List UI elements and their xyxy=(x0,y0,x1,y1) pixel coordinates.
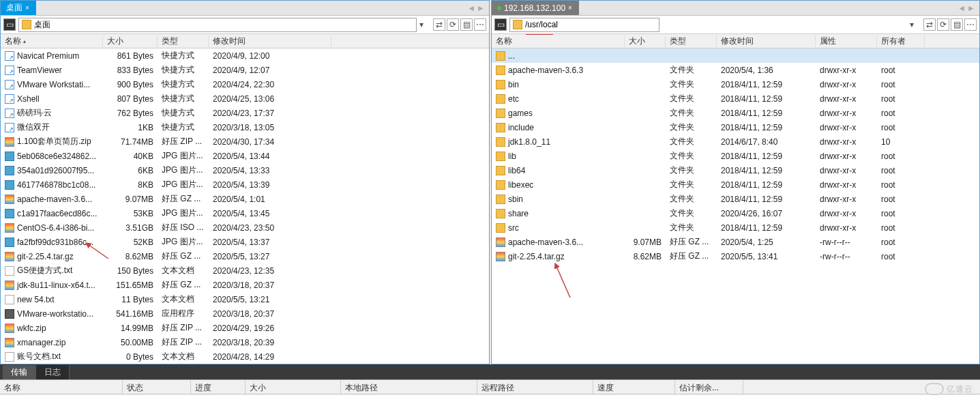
cell-own: root xyxy=(877,66,925,75)
file-row[interactable]: etc文件夹2018/4/11, 12:59drwxr-xr-xroot xyxy=(492,91,979,106)
file-row[interactable]: libexec文件夹2018/4/11, 12:59drwxr-xr-xroot xyxy=(492,177,979,192)
file-row[interactable]: 账号文档.txt0 Bytes文本文档2020/4/28, 14:29 xyxy=(1,349,489,364)
file-row[interactable]: ... xyxy=(492,48,979,63)
tab-transfer[interactable]: 传输 xyxy=(3,365,36,379)
folder-icon xyxy=(513,20,522,29)
file-row[interactable]: 微信双开1KB快捷方式2020/3/18, 13:05 xyxy=(1,120,489,134)
tcol-name[interactable]: 名称 xyxy=(0,380,123,394)
tcol-remote[interactable]: 远程路径 xyxy=(477,380,593,394)
jpg-icon xyxy=(5,152,14,161)
file-row[interactable]: git-2.25.4.tar.gz8.62MB好压 GZ ...2020/5/5… xyxy=(1,249,489,263)
close-icon[interactable]: × xyxy=(25,4,32,11)
cell-type: 快捷方式 xyxy=(158,107,209,119)
file-row[interactable]: sbin文件夹2018/4/11, 12:59drwxr-xr-xroot xyxy=(492,192,979,206)
tcol-status[interactable]: 状态 xyxy=(123,380,191,394)
transfer-icon[interactable]: ⇄ xyxy=(923,18,936,31)
local-tab[interactable]: 桌面 × xyxy=(1,1,36,15)
file-row[interactable]: fa2fbf99dc931b86c...52KBJPG 图片...2020/5/… xyxy=(1,235,489,249)
cell-date: 2018/4/11, 12:59 xyxy=(717,123,816,132)
cell-size: 3.51GB xyxy=(103,223,158,233)
cell-attr: drwxr-xr-x xyxy=(816,123,877,132)
prev-tab-icon[interactable]: ◄ xyxy=(467,3,475,13)
cell-attr: drwxr-xr-x xyxy=(816,66,877,75)
file-row[interactable]: share文件夹2020/4/26, 16:07drwxr-xr-xroot xyxy=(492,206,979,220)
file-row[interactable]: 5eb068ce6e324862...40KBJPG 图片...2020/5/4… xyxy=(1,149,489,163)
path-dropdown-icon[interactable]: ▾ xyxy=(910,20,921,29)
transfer-list[interactable] xyxy=(0,394,980,417)
annotation-arrow-right xyxy=(550,260,577,301)
remote-column-headers[interactable]: 名称 大小 类型 修改时间 属性 所有者 xyxy=(492,34,979,48)
cell-attr: drwxr-xr-x xyxy=(816,80,877,89)
col-name: 名称 xyxy=(492,35,625,47)
cell-type: 文件夹 xyxy=(666,222,717,233)
jpg-icon xyxy=(5,166,14,175)
local-file-list[interactable]: Navicat Premium861 Bytes快捷方式2020/4/9, 12… xyxy=(1,48,489,364)
cell-own: root xyxy=(877,80,925,89)
remote-file-list[interactable]: ...apache-maven-3.6.3文件夹2020/5/4, 1:36dr… xyxy=(492,48,979,364)
file-row[interactable]: bin文件夹2018/4/11, 12:59drwxr-xr-xroot xyxy=(492,77,979,91)
tab-log[interactable]: 日志 xyxy=(36,365,70,379)
cell-size: 807 Bytes xyxy=(103,94,158,104)
local-column-headers[interactable]: 名称▴ 大小 类型 修改时间 xyxy=(1,34,489,48)
file-row[interactable]: VMware Workstati...900 Bytes快捷方式2020/4/2… xyxy=(1,77,489,91)
tcol-progress[interactable]: 进度 xyxy=(191,380,246,394)
gz-icon xyxy=(5,338,14,347)
cell-type: 文件夹 xyxy=(666,78,717,90)
file-row[interactable]: new 54.txt11 Bytes文本文档2020/5/5, 13:21 xyxy=(1,292,489,306)
refresh-icon[interactable]: ⟳ xyxy=(937,18,949,31)
file-row[interactable]: TeamViewer833 Bytes快捷方式2020/4/9, 12:07 xyxy=(1,63,489,77)
cell-name: 账号文档.txt xyxy=(1,351,103,362)
file-row[interactable]: Xshell807 Bytes快捷方式2020/4/25, 13:06 xyxy=(1,91,489,106)
local-path-input[interactable]: 桌面 xyxy=(18,18,417,32)
remote-path-input[interactable]: /usr/local xyxy=(509,18,659,32)
tree-toggle-button[interactable]: ▭ xyxy=(3,18,16,31)
file-row[interactable]: games文件夹2018/4/11, 12:59drwxr-xr-xroot xyxy=(492,106,979,120)
cell-name: apache-maven-3.6... xyxy=(492,238,625,247)
path-dropdown-icon[interactable]: ▾ xyxy=(419,20,430,29)
view-icon[interactable]: ▤ xyxy=(951,18,963,31)
view-icon[interactable]: ▤ xyxy=(460,18,473,31)
file-row[interactable]: 1.100套单页简历.zip71.74MB好压 ZIP ...2020/4/30… xyxy=(1,134,489,149)
refresh-icon[interactable]: ⟳ xyxy=(447,18,459,31)
folder-icon xyxy=(496,94,505,104)
cell-date: 2020/5/4, 1:01 xyxy=(209,195,331,204)
cell-date: 2020/5/4, 1:25 xyxy=(717,238,816,247)
file-row[interactable]: xmanager.zip50.00MB好压 ZIP ...2020/3/18, … xyxy=(1,335,489,349)
file-row[interactable]: include文件夹2018/4/11, 12:59drwxr-xr-xroot xyxy=(492,120,979,134)
file-row[interactable]: lib64文件夹2018/4/11, 12:59drwxr-xr-xroot xyxy=(492,163,979,177)
file-row[interactable]: c1a917faac6ecd86c...53KBJPG 图片...2020/5/… xyxy=(1,206,489,220)
tcol-size[interactable]: 大小 xyxy=(246,380,341,394)
tcol-eta[interactable]: 估计剩余... xyxy=(675,380,743,394)
file-row[interactable]: apache-maven-3.6.3文件夹2020/5/4, 1:36drwxr… xyxy=(492,63,979,77)
file-row[interactable]: apache-maven-3.6...9.07MB好压 GZ ...2020/5… xyxy=(1,192,489,206)
file-row[interactable]: lib文件夹2018/4/11, 12:59drwxr-xr-xroot xyxy=(492,149,979,163)
file-row[interactable]: 磅磅玛·云762 Bytes快捷方式2020/4/23, 17:37 xyxy=(1,106,489,120)
file-row[interactable]: src文件夹2018/4/11, 12:59drwxr-xr-xroot xyxy=(492,220,979,235)
remote-tab[interactable]: 192.168.132.100 × xyxy=(492,1,579,15)
gz-icon xyxy=(496,238,505,247)
file-row[interactable]: Navicat Premium861 Bytes快捷方式2020/4/9, 12… xyxy=(1,48,489,63)
close-icon[interactable]: × xyxy=(568,4,575,11)
file-row[interactable]: 354a01d926007f95...6KBJPG 图片...2020/5/4,… xyxy=(1,163,489,177)
file-row[interactable]: apache-maven-3.6...9.07MB好压 GZ ...2020/5… xyxy=(492,235,979,249)
tcol-speed[interactable]: 速度 xyxy=(593,380,675,394)
more-icon[interactable]: ⋯ xyxy=(964,18,977,31)
next-tab-icon[interactable]: ► xyxy=(967,3,975,13)
file-row[interactable]: VMware-workstatio...541.16MB应用程序2020/3/1… xyxy=(1,306,489,321)
tree-toggle-button[interactable]: ▭ xyxy=(494,18,507,31)
col-size: 大小 xyxy=(103,35,158,47)
cell-date: 2020/4/23, 17:37 xyxy=(209,109,331,118)
file-row[interactable]: 4617746878bc1c08...8KBJPG 图片...2020/5/4,… xyxy=(1,177,489,192)
file-row[interactable]: git-2.25.4.tar.gz8.62MB好压 GZ ...2020/5/5… xyxy=(492,249,979,263)
tcol-local[interactable]: 本地路径 xyxy=(341,380,477,394)
file-row[interactable]: wkfc.zip14.99MB好压 ZIP ...2020/4/29, 19:2… xyxy=(1,321,489,335)
file-row[interactable]: jdk-8u11-linux-x64.t...151.65MB好压 GZ ...… xyxy=(1,278,489,292)
more-icon[interactable]: ⋯ xyxy=(474,18,486,31)
folder-icon xyxy=(496,166,505,175)
file-row[interactable]: jdk1.8.0_11文件夹2014/6/17, 8:40drwxr-xr-x1… xyxy=(492,134,979,149)
file-row[interactable]: GS便捷方式.txt150 Bytes文本文档2020/4/23, 12:35 xyxy=(1,263,489,278)
file-row[interactable]: CentOS-6.4-i386-bi...3.51GB好压 ISO ...202… xyxy=(1,220,489,235)
next-tab-icon[interactable]: ► xyxy=(477,3,485,13)
prev-tab-icon[interactable]: ◄ xyxy=(957,3,966,13)
transfer-icon[interactable]: ⇄ xyxy=(433,18,445,31)
